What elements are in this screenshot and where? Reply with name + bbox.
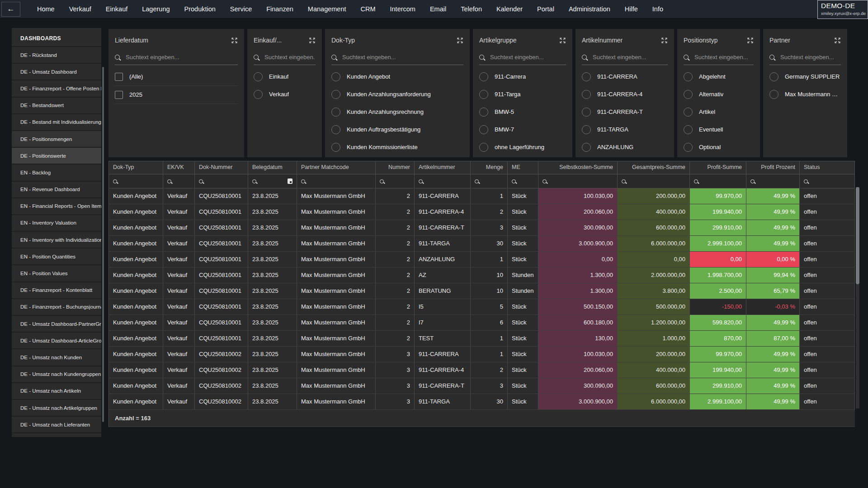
col-filter-nummer[interactable] — [376, 174, 415, 188]
col-filter-ek_vk[interactable] — [163, 174, 195, 188]
radio-icon[interactable] — [582, 108, 591, 117]
filter-option-alternativ[interactable]: Alternativ — [684, 85, 754, 103]
col-header-profit_prozent[interactable]: Profit Prozent — [746, 161, 800, 174]
radio-icon[interactable] — [331, 90, 340, 99]
filter-option-911-carrera[interactable]: 911-CARRERA — [582, 68, 668, 85]
radio-icon[interactable] — [479, 125, 488, 134]
nav-item-crm[interactable]: CRM — [354, 0, 383, 18]
col-filter-status[interactable] — [800, 174, 855, 188]
radio-icon[interactable] — [254, 90, 263, 99]
col-filter-profit[interactable] — [690, 174, 746, 188]
sidebar-item-de-umsatz-dashboard-articlegroupid[interactable]: DE - Umsatz Dashboard-ArticleGroupId — [12, 333, 101, 349]
filter-option-ohne-lagerf-hrung[interactable]: ohne Lagerführung — [479, 138, 566, 156]
nav-item-produktion[interactable]: Produktion — [177, 0, 223, 18]
nav-item-portal[interactable]: Portal — [530, 0, 561, 18]
radio-icon[interactable] — [254, 72, 263, 81]
nav-item-lagerung[interactable]: Lagerung — [135, 0, 177, 18]
nav-item-management[interactable]: Management — [301, 0, 354, 18]
checkbox-icon[interactable] — [115, 91, 123, 99]
col-header-ek_vk[interactable]: EK/VK — [163, 161, 195, 174]
nav-item-finanzen[interactable]: Finanzen — [259, 0, 301, 18]
filter-option-911-carrera-4[interactable]: 911-CARRERA-4 — [582, 85, 668, 103]
table-row[interactable]: Kunden AngebotVerkaufCQU25081000123.8.20… — [109, 283, 855, 299]
sidebar-item-en-inventory-valuation[interactable]: EN - Inventory Valuation — [12, 215, 101, 232]
filter-option-kunden-anzahlungsrechnung[interactable]: Kunden Anzahlungsrechnung — [331, 103, 463, 121]
table-row[interactable]: Kunden AngebotVerkaufCQU25081000123.8.20… — [109, 204, 855, 220]
col-header-selbstkosten[interactable]: Selbstkosten-Summe — [538, 161, 618, 174]
table-row[interactable]: Kunden AngebotVerkaufCQU25081000123.8.20… — [109, 236, 855, 252]
sidebar-item-en-backlog[interactable]: EN - Backlog — [12, 164, 101, 181]
filter-option-einkauf[interactable]: Einkauf — [254, 68, 316, 85]
col-header-status[interactable]: Status — [800, 161, 855, 174]
filter-option-alle[interactable]: (Alle) — [115, 68, 238, 86]
sidebar-item-en-inventory-with-individualization[interactable]: EN - Inventory with Individualization — [12, 232, 101, 249]
col-header-artikelnummer[interactable]: Artikelnummer — [415, 161, 471, 174]
filter-search-input-einkauf[interactable] — [264, 53, 316, 61]
sidebar-item-de-umsatz-nach-kundengruppen[interactable]: DE - Umsatz nach Kundengruppen — [12, 366, 101, 383]
nav-item-info[interactable]: Info — [645, 0, 670, 18]
radio-icon[interactable] — [684, 143, 693, 152]
filter-search-input-artikelgruppe[interactable] — [489, 53, 566, 61]
sidebar-item-en-revenue-dashboard[interactable]: EN - Revenue Dashboard — [12, 182, 101, 198]
radio-icon[interactable] — [769, 72, 778, 81]
radio-icon[interactable] — [582, 72, 591, 81]
expand-icon[interactable] — [457, 37, 463, 44]
filter-option-germany-supplier[interactable]: Germany SUPPLIER — [769, 68, 841, 85]
sidebar-item-de-umsatz-dashboard[interactable]: DE - Umsatz Dashboard — [12, 64, 101, 80]
sidebar-item-de-umsatz-dashboard-partnergroupid[interactable]: DE - Umsatz Dashboard-PartnerGroupId — [12, 316, 101, 333]
expand-icon[interactable] — [661, 37, 668, 44]
radio-icon[interactable] — [582, 143, 591, 152]
expand-icon[interactable] — [309, 37, 316, 44]
sidebar-item-de-finanzreport-buchungsjournal[interactable]: DE - Finanzreport - Buchungsjournal — [12, 299, 101, 316]
sidebar-scrollbar[interactable] — [102, 67, 104, 422]
sidebar-item-de-umsatz-nach-kunden[interactable]: DE - Umsatz nach Kunden — [12, 349, 101, 366]
col-filter-dok_typ[interactable] — [109, 174, 163, 188]
expand-icon[interactable] — [834, 37, 841, 44]
col-filter-profit_prozent[interactable] — [746, 174, 800, 188]
col-header-me[interactable]: ME — [508, 161, 538, 174]
table-row[interactable]: Kunden AngebotVerkaufCQU25081000223.8.20… — [109, 347, 855, 362]
col-filter-me[interactable] — [508, 174, 538, 188]
radio-icon[interactable] — [582, 125, 591, 134]
col-header-gesamtpreis[interactable]: Gesamtpreis-Summe — [618, 161, 690, 174]
radio-icon[interactable] — [331, 72, 340, 81]
col-header-dok_nummer[interactable]: Dok-Nummer — [195, 161, 248, 174]
filter-option-kunden-kommissionierliste[interactable]: Kunden Kommissionierliste — [331, 138, 463, 156]
filter-option-911-targa[interactable]: 911-Targa — [479, 85, 566, 103]
col-filter-belegdatum[interactable] — [248, 174, 297, 188]
sidebar-item-de-finanzreport-offene-posten-liste[interactable]: DE - Finanzreport - Offene Posten Liste — [12, 80, 101, 97]
radio-icon[interactable] — [331, 108, 340, 117]
table-row[interactable]: Kunden AngebotVerkaufCQU25081000223.8.20… — [109, 394, 855, 410]
sidebar-item-de-umsatz-nach-artikeln[interactable]: DE - Umsatz nach Artikeln — [12, 383, 101, 400]
filter-option-optional[interactable]: Optional — [684, 138, 754, 156]
table-row[interactable]: Kunden AngebotVerkaufCQU25081000123.8.20… — [109, 299, 855, 315]
nav-item-kalender[interactable]: Kalender — [489, 0, 530, 18]
filter-option-kunden-anzahlungsanforderung[interactable]: Kunden Anzahlungsanforderung — [331, 85, 463, 103]
radio-icon[interactable] — [582, 90, 591, 99]
radio-icon[interactable] — [479, 108, 488, 117]
radio-icon[interactable] — [331, 143, 340, 152]
nav-item-administration[interactable]: Administration — [561, 0, 618, 18]
col-header-profit[interactable]: Profit-Summe — [690, 161, 746, 174]
table-scrollbar-thumb[interactable] — [856, 187, 859, 284]
sidebar-item-de-finanzreport-kontenblatt[interactable]: DE - Finanzreport - Kontenblatt — [12, 282, 101, 299]
col-filter-gesamtpreis[interactable] — [618, 174, 690, 188]
expand-icon[interactable] — [559, 37, 566, 44]
table-row[interactable]: Kunden AngebotVerkaufCQU25081000123.8.20… — [109, 331, 855, 347]
radio-icon[interactable] — [479, 90, 488, 99]
sidebar-item-de-bestandswert[interactable]: DE - Bestandswert — [12, 98, 101, 114]
filter-search-input-dok-typ[interactable] — [341, 53, 463, 61]
radio-icon[interactable] — [684, 72, 693, 81]
table-scrollbar[interactable] — [856, 187, 859, 408]
col-header-belegdatum[interactable]: Belegdatum — [248, 161, 297, 174]
col-header-dok_typ[interactable]: Dok-Typ — [109, 161, 163, 174]
radio-icon[interactable] — [479, 72, 488, 81]
sidebar-item-de-positionswerte[interactable]: DE - Positionswerte — [12, 148, 101, 164]
filter-option-bmw-5[interactable]: BMW-5 — [479, 103, 566, 121]
expand-icon[interactable] — [747, 37, 754, 44]
filter-search-input-partner[interactable] — [779, 53, 841, 61]
filter-option-kunden-auftragsbest-tigung[interactable]: Kunden Auftragsbestätigung — [331, 121, 463, 138]
account-box[interactable]: DEMO-DE xmiley.xyrux@x-erp.de — [817, 0, 868, 19]
col-header-nummer[interactable]: Nummer — [376, 161, 415, 174]
table-row[interactable]: Kunden AngebotVerkaufCQU25081000123.8.20… — [109, 315, 855, 331]
